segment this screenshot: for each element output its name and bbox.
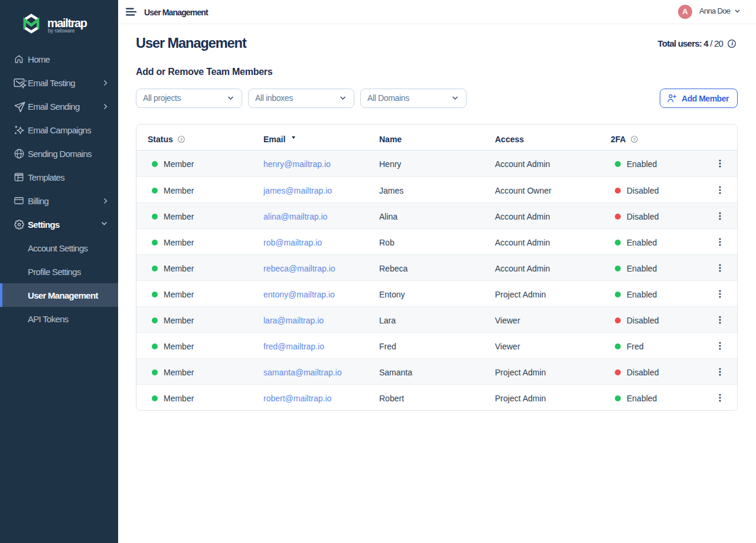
svg-text:i: i (731, 41, 733, 47)
svg-text:?: ? (633, 137, 636, 142)
svg-text:?: ? (180, 137, 183, 142)
